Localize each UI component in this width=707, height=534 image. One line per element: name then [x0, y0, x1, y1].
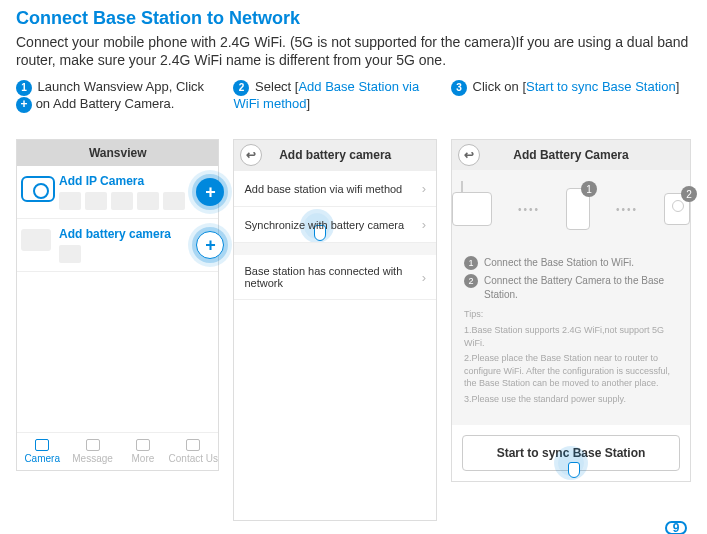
plus-icon: +	[16, 97, 32, 113]
step-1-text-a: Launch Wansview App, Click	[34, 79, 204, 94]
router-icon	[452, 192, 492, 226]
chevron-right-icon: ›	[422, 217, 426, 232]
camera-tab-icon	[35, 439, 49, 451]
tab-contact[interactable]: Contact Us	[168, 433, 218, 470]
step-3-column: 3 Click on [Start to sync Base Station] …	[451, 79, 691, 521]
back-button[interactable]: ↩	[240, 144, 262, 166]
start-sync-button[interactable]: Start to sync Base Station	[462, 435, 680, 471]
tab-bar: Camera Message More Contact Us	[17, 432, 218, 470]
section-gap	[234, 243, 435, 255]
add-ip-camera-panel[interactable]: Add IP Camera +	[17, 166, 218, 219]
message-tab-icon	[86, 439, 100, 451]
screen-2-spacer	[234, 300, 435, 520]
step-3-heading: 3 Click on [Start to sync Base Station]	[451, 79, 691, 129]
more-tab-icon	[136, 439, 150, 451]
step-3-text-a: Click on [	[469, 79, 526, 94]
connection-diagram: •••• 1 •••• 2	[452, 170, 690, 248]
chevron-right-icon: ›	[422, 270, 426, 285]
row-already-connected-label: Base station has connected with network	[244, 265, 421, 289]
diagram-badge-1: 1	[581, 181, 597, 197]
screen-2-titlebar: ↩ Add battery camera	[234, 140, 435, 171]
screen-2-title: Add battery camera	[279, 148, 391, 162]
tips-label: Tips:	[464, 308, 678, 321]
page-number: 9	[665, 521, 687, 534]
tab-more[interactable]: More	[118, 433, 168, 470]
note-badge-1: 1	[464, 256, 478, 270]
section-title: Connect Base Station to Network	[16, 8, 691, 29]
ip-camera-icon	[21, 176, 55, 202]
contact-tab-icon	[186, 439, 200, 451]
row-add-base-wifi-label: Add base station via wifi method	[244, 183, 402, 195]
ip-camera-thumbs	[59, 192, 212, 210]
step-3-text-b: ]	[676, 79, 680, 94]
add-ip-plus-button[interactable]: +	[196, 178, 224, 206]
tip-2: 2.Please place the Base Station near to …	[464, 352, 678, 390]
battery-camera-icon: 2	[664, 193, 690, 225]
step-3-link: Start to sync Base Station	[526, 79, 676, 94]
step-1-badge: 1	[16, 80, 32, 96]
row-add-base-wifi[interactable]: Add base station via wifi method›	[234, 171, 435, 207]
chevron-right-icon: ›	[422, 181, 426, 196]
step-1-text-b: on Add Battery Camera.	[36, 96, 175, 111]
step-1-column: 1 Launch Wansview App, Click + on Add Ba…	[16, 79, 219, 521]
step-2-text-b: ]	[306, 96, 310, 111]
dots-icon: ••••	[518, 204, 540, 215]
note-2-text: Connect the Battery Camera to the Base S…	[484, 274, 678, 302]
screen-3-titlebar: ↩ Add Battery Camera	[452, 140, 690, 170]
tab-camera[interactable]: Camera	[17, 433, 67, 470]
instructions-notes: 1Connect the Base Station to WiFi. 2Conn…	[452, 248, 690, 424]
note-badge-2: 2	[464, 274, 478, 288]
screen-3-title: Add Battery Camera	[513, 148, 628, 162]
tip-3: 3.Please use the standard power supply.	[464, 393, 678, 406]
eye-icon: 9	[665, 521, 687, 534]
row-sync-battery-label: Synchronize with battery camera	[244, 219, 404, 231]
add-ip-camera-label: Add IP Camera	[59, 174, 212, 188]
screen-1-spacer	[17, 272, 218, 432]
step-3-badge: 3	[451, 80, 467, 96]
step-2-badge: 2	[233, 80, 249, 96]
base-station-icon: 1	[566, 188, 590, 230]
step-1-heading: 1 Launch Wansview App, Click + on Add Ba…	[16, 79, 219, 129]
tip-1: 1.Base Station supports 2.4G WiFi,not su…	[464, 324, 678, 349]
intro-text: Connect your mobile phone with 2.4G WiFi…	[16, 33, 691, 69]
battery-camera-thumbs	[59, 245, 212, 263]
screen-2: ↩ Add battery camera Add base station vi…	[233, 139, 436, 521]
note-1-text: Connect the Base Station to WiFi.	[484, 256, 634, 270]
dots-icon: ••••	[616, 204, 638, 215]
row-sync-battery[interactable]: Synchronize with battery camera›	[234, 207, 435, 243]
screen-1-title: Wansview	[17, 140, 218, 166]
add-battery-plus-button[interactable]: +	[196, 231, 224, 259]
battery-camera-icon	[21, 229, 51, 251]
back-button[interactable]: ↩	[458, 144, 480, 166]
step-2-heading: 2 Select [Add Base Station via WiFi meth…	[233, 79, 436, 129]
tab-message[interactable]: Message	[67, 433, 117, 470]
tap-indicator-icon	[558, 450, 584, 476]
add-battery-camera-panel[interactable]: Add battery camera +	[17, 219, 218, 272]
screen-3: ↩ Add Battery Camera •••• 1 •••• 2 1Conn…	[451, 139, 691, 481]
add-battery-camera-label: Add battery camera	[59, 227, 212, 241]
diagram-badge-2: 2	[681, 186, 697, 202]
screen-1: Wansview Add IP Camera + Add battery cam…	[16, 139, 219, 471]
step-2-column: 2 Select [Add Base Station via WiFi meth…	[233, 79, 436, 521]
row-already-connected[interactable]: Base station has connected with network›	[234, 255, 435, 300]
tips-block: Tips: 1.Base Station supports 2.4G WiFi,…	[464, 308, 678, 405]
step-2-text-a: Select [	[251, 79, 298, 94]
